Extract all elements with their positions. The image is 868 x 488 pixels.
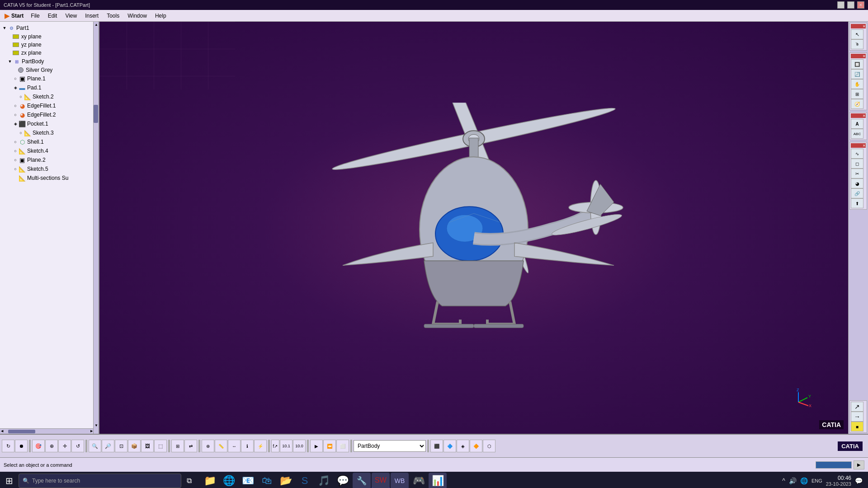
tool-constraint[interactable]: ⊕: [202, 440, 214, 452]
tree-partbody[interactable]: ▼ ⊞ PartBody: [0, 57, 99, 66]
tray-language[interactable]: ENG: [811, 478, 822, 483]
tool-step[interactable]: 10.1: [280, 440, 292, 452]
tree-xy-plane[interactable]: xy plane: [0, 33, 99, 41]
tool-zoom-out[interactable]: 🔎: [102, 440, 114, 452]
tool-extra3[interactable]: ◈: [457, 440, 469, 452]
tool-arrow-diag[interactable]: ↗: [851, 402, 863, 412]
toolbar-close-3[interactable]: ✕: [863, 114, 866, 118]
taskbar-search[interactable]: 🔍 Type here to search: [19, 474, 181, 488]
task-view-button[interactable]: ⧉: [183, 473, 195, 488]
taskbar-app-excel[interactable]: 📊: [429, 473, 447, 488]
taskbar-app-files[interactable]: 📂: [277, 473, 295, 488]
taskbar-app-extra[interactable]: 🎮: [410, 473, 428, 488]
tool-cursor[interactable]: ↖: [851, 29, 863, 39]
windows-start-button[interactable]: ⊞: [2, 473, 17, 488]
tool-snap2[interactable]: ⊕: [45, 440, 58, 452]
tray-volume[interactable]: 🔊: [789, 477, 797, 484]
tool-zoom-in[interactable]: 🔍: [89, 440, 101, 452]
tool-curve[interactable]: ∿: [851, 149, 863, 159]
tray-notification[interactable]: 💬: [855, 477, 863, 484]
tree-part1[interactable]: ▼ ⚙ Part1: [0, 23, 99, 33]
taskbar-app-s[interactable]: S: [296, 473, 314, 488]
tree-sketch3[interactable]: ○ 📐 Sketch.3: [0, 128, 99, 137]
tool-pan[interactable]: ✋: [851, 79, 863, 89]
tree-multisections[interactable]: 📐 Multi-sections Su: [0, 174, 99, 183]
toolbar-close-1[interactable]: ✕: [863, 24, 866, 28]
tool-grid[interactable]: ⊞: [851, 89, 863, 99]
taskbar-app-mail[interactable]: 📧: [239, 473, 257, 488]
tool-view-fly2[interactable]: ⬚: [154, 440, 167, 452]
tree-plane2[interactable]: ○ ▣ Plane.2: [0, 155, 99, 164]
tree-edge-fillet1[interactable]: ○ ◕ EdgeFillet.1: [0, 101, 99, 110]
tree-scroll-down[interactable]: ▼: [94, 423, 99, 427]
tool-extra4[interactable]: 🔶: [470, 440, 482, 452]
tree-scroll-right[interactable]: ▶: [90, 429, 93, 434]
menu-view[interactable]: View: [61, 12, 80, 20]
taskbar-app-wb[interactable]: WB: [391, 473, 409, 488]
tool-join[interactable]: 🔗: [851, 188, 863, 198]
tool-fill-box[interactable]: ■: [851, 422, 863, 432]
status-scroll[interactable]: ▶: [854, 460, 864, 469]
tool-multiview[interactable]: ⊞: [171, 440, 184, 452]
tool-view-3d[interactable]: 📦: [128, 440, 141, 452]
tool-fly[interactable]: ↻: [2, 440, 14, 452]
tree-edge-fillet2[interactable]: ○ ◕ EdgeFillet.2: [0, 110, 99, 119]
taskbar-app-teams[interactable]: 💬: [334, 473, 352, 488]
tool-fillet-tool[interactable]: ◕: [851, 178, 863, 188]
tool-trim[interactable]: ✂: [851, 169, 863, 178]
tool-zoom-area[interactable]: 🔲: [851, 59, 863, 69]
tree-sketch5[interactable]: ○ 📐 Sketch.5: [0, 164, 99, 174]
tool-sim2[interactable]: ⏪: [323, 440, 336, 452]
toolbar-close-2[interactable]: ✕: [863, 54, 866, 58]
tree-shell1[interactable]: ○ ⬡ Shell.1: [0, 137, 99, 146]
partbody-dropdown[interactable]: PartBody: [354, 440, 426, 452]
tool-extra2[interactable]: 🔷: [443, 440, 456, 452]
minimize-button[interactable]: −: [837, 1, 844, 9]
tool-measure[interactable]: 📏: [215, 440, 227, 452]
tree-sketch2[interactable]: ○ 📐 Sketch.2: [0, 92, 99, 101]
tray-network[interactable]: 🌐: [800, 477, 808, 484]
tool-config[interactable]: 10.0: [293, 440, 306, 452]
menu-start[interactable]: ▶ Start: [2, 11, 26, 20]
menu-insert[interactable]: Insert: [81, 12, 102, 20]
menu-help[interactable]: Help: [151, 12, 170, 20]
menu-window[interactable]: Window: [124, 12, 151, 20]
taskbar-app-spotify[interactable]: 🎵: [315, 473, 333, 488]
menu-tools[interactable]: Tools: [103, 12, 123, 20]
tool-record[interactable]: ⏺: [15, 440, 28, 452]
tool-arrow-right[interactable]: →: [851, 412, 863, 422]
tree-scroll-up[interactable]: ▲: [94, 23, 99, 27]
tool-snap[interactable]: 🎯: [32, 440, 45, 452]
tool-extract[interactable]: ⬆: [851, 198, 863, 208]
tool-text[interactable]: A: [851, 119, 863, 129]
tree-yz-plane[interactable]: yz plane: [0, 41, 99, 49]
tool-view-iso[interactable]: 🖼: [141, 440, 154, 452]
taskbar-app-sw[interactable]: SW: [372, 473, 390, 488]
tool-surface[interactable]: ◻: [851, 159, 863, 169]
tree-silver-grey[interactable]: Silver Grey: [0, 66, 99, 74]
clock[interactable]: 00:46 23-10-2023: [826, 475, 851, 487]
menu-file[interactable]: File: [27, 12, 43, 20]
tool-select[interactable]: 🖱: [851, 39, 863, 49]
tool-compass[interactable]: 🧭: [851, 99, 863, 109]
tool-move[interactable]: ✛: [58, 440, 71, 452]
restore-button[interactable]: □: [847, 1, 854, 9]
tree-pocket1[interactable]: ◈ ⬛ Pocket.1: [0, 119, 99, 128]
tree-sketch4[interactable]: ○ 📐 Sketch.4: [0, 146, 99, 155]
taskbar-app-store[interactable]: 🛍: [258, 473, 276, 488]
menu-edit[interactable]: Edit: [44, 12, 61, 20]
taskbar-app-edge[interactable]: 🌐: [220, 473, 238, 488]
tool-extra1[interactable]: ⬛: [430, 440, 443, 452]
tree-scroll-left[interactable]: ◀: [0, 429, 4, 434]
tool-rotate2[interactable]: ↺: [71, 440, 84, 452]
tool-sim[interactable]: ▶: [310, 440, 323, 452]
tree-zx-plane[interactable]: zx plane: [0, 49, 99, 57]
tool-distance[interactable]: ↔: [228, 440, 241, 452]
feature-tree[interactable]: ▼ ⚙ Part1 xy plane yz plane zx plane ▼ ⊞…: [0, 22, 99, 434]
tool-part-select[interactable]: ⬜: [336, 440, 349, 452]
close-button[interactable]: ✕: [857, 1, 864, 9]
tool-analyse[interactable]: ⚡: [254, 440, 267, 452]
tool-extra5[interactable]: ⬡: [483, 440, 495, 452]
tool-part1-btn[interactable]: f↗: [271, 440, 279, 452]
toolbar-close-4[interactable]: ✕: [863, 144, 866, 148]
